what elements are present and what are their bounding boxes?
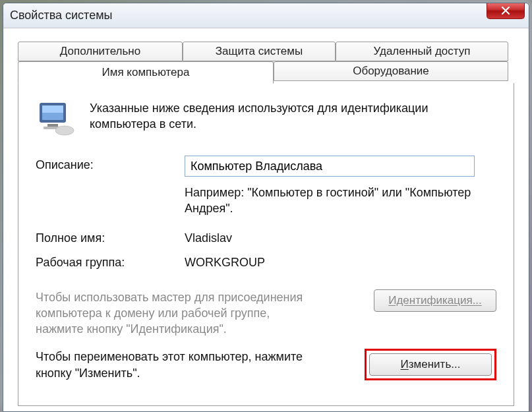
tab-advanced[interactable]: Дополнительно — [18, 42, 183, 61]
window-title: Свойства системы — [10, 9, 112, 22]
tab-panel-computer-name: Указанные ниже сведения используются для… — [18, 83, 514, 406]
rename-help-text: Чтобы переименовать этот компьютер, нажм… — [36, 349, 312, 381]
change-button[interactable]: Изменить... — [369, 353, 492, 376]
intro-section: Указанные ниже сведения используются для… — [36, 100, 496, 137]
svg-rect-3 — [47, 124, 58, 127]
rename-row: Чтобы переименовать этот компьютер, нажм… — [36, 349, 496, 381]
workgroup-row: Рабочая группа: WORKGROUP — [36, 253, 496, 270]
close-icon — [500, 5, 511, 16]
close-button[interactable] — [487, 3, 525, 19]
bottom-section: Чтобы использовать мастер для присоедине… — [36, 289, 496, 381]
change-button-highlight: Изменить... — [365, 349, 496, 380]
wizard-help-text: Чтобы использовать мастер для присоедине… — [36, 289, 312, 338]
intro-text: Указанные ниже сведения используются для… — [90, 100, 496, 137]
fullname-label: Полное имя: — [36, 229, 185, 245]
fullname-row: Полное имя: Vladislav — [36, 229, 496, 245]
identify-button[interactable]: Идентификация... — [374, 289, 496, 312]
system-properties-window: Свойства системы Дополнительно Защита си… — [3, 3, 529, 412]
fullname-value: Vladislav — [185, 229, 496, 245]
workgroup-label: Рабочая группа: — [36, 253, 185, 270]
tab-hardware[interactable]: Оборудование — [274, 61, 508, 81]
client-area: Дополнительно Защита системы Удаленный д… — [3, 28, 529, 406]
description-hint: Например: "Компьютер в гостиной" или "Ко… — [185, 185, 496, 217]
tab-remote[interactable]: Удаленный доступ — [336, 42, 508, 61]
description-row: Описание: — [36, 156, 496, 177]
description-label: Описание: — [36, 156, 185, 177]
computer-icon — [36, 100, 75, 137]
wizard-row: Чтобы использовать мастер для присоедине… — [36, 289, 496, 338]
workgroup-value: WORKGROUP — [185, 253, 496, 270]
description-input[interactable] — [185, 156, 475, 177]
titlebar: Свойства системы — [3, 3, 529, 28]
svg-rect-2 — [42, 105, 63, 113]
tab-computer-name[interactable]: Имя компьютера — [18, 61, 274, 84]
svg-point-5 — [55, 126, 74, 135]
tabstrip: Дополнительно Защита системы Удаленный д… — [18, 42, 514, 84]
tab-protection[interactable]: Защита системы — [183, 42, 336, 61]
